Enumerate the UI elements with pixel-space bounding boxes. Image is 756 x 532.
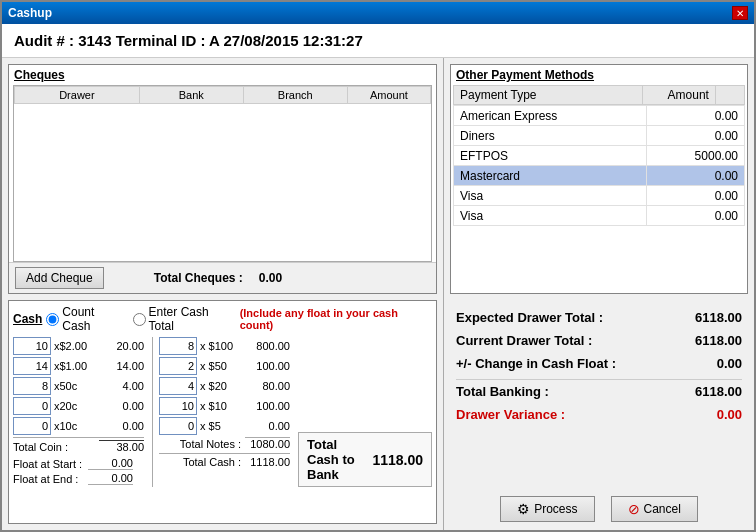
payment-table-header: Payment Type Amount (453, 85, 745, 105)
float-start-row: Float at Start : 0.00 (13, 457, 144, 470)
cheques-footer: Add Cheque Total Cheques : 0.00 (9, 262, 436, 293)
float-end-value: 0.00 (88, 472, 133, 485)
cash-title: Cash (13, 312, 42, 326)
total-notes-value: 1080.00 (245, 437, 290, 450)
left-panel: Cheques Drawer Bank Branch Amount (2, 58, 444, 530)
payment-row-4[interactable]: Visa 0.00 (454, 186, 745, 206)
payment-type-4: Visa (454, 186, 647, 206)
expected-value: 6118.00 (672, 310, 742, 325)
payment-type-5: Visa (454, 206, 647, 226)
total-bank-value: 1118.00 (372, 452, 423, 468)
col-drawer: Drawer (15, 87, 140, 104)
radio-count-input[interactable] (46, 313, 59, 326)
payment-table-body: American Express 0.00 Diners 0.00 EFTPOS… (453, 105, 745, 226)
window-title: Cashup (8, 6, 52, 20)
total-bank-label: Total Cash to Bank (307, 437, 372, 482)
payment-scroll[interactable]: American Express 0.00 Diners 0.00 EFTPOS… (453, 105, 745, 293)
right-panel: Other Payment Methods Payment Type Amoun… (444, 58, 754, 530)
note-qty-3[interactable] (159, 397, 197, 415)
col-amount: Amount (643, 86, 716, 105)
change-row: +/- Change in Cash Float : 0.00 (456, 356, 742, 371)
notes-column: x $100 800.00 x $50 100.00 x $20 80.00 (152, 337, 290, 487)
radio-count-cash[interactable]: Count Cash (46, 305, 124, 333)
payment-row-2[interactable]: EFTPOS 5000.00 (454, 146, 745, 166)
payment-row-5[interactable]: Visa 0.00 (454, 206, 745, 226)
payment-row-0[interactable]: American Express 0.00 (454, 106, 745, 126)
total-cash-value: 1118.00 (245, 456, 290, 468)
coin-qty-1[interactable] (13, 357, 51, 375)
note-qty-0[interactable] (159, 337, 197, 355)
total-coin-value: 38.00 (99, 440, 144, 453)
payment-amount-5: 0.00 (646, 206, 744, 226)
payment-type-0: American Express (454, 106, 647, 126)
total-notes-label: Total Notes : (159, 438, 245, 450)
radio-enter-input[interactable] (133, 313, 146, 326)
coin-row-3: x20c 0.00 (13, 397, 144, 415)
total-bank-wrapper: Total Cash to Bank 1118.00 (298, 337, 432, 487)
action-buttons: ⚙ Process ⊘ Cancel (444, 488, 754, 530)
total-cheques-label: Total Cheques : (154, 271, 243, 285)
coin-row-2: x50c 4.00 (13, 377, 144, 395)
payment-row-3[interactable]: Mastercard 0.00 (454, 166, 745, 186)
banking-row: Total Banking : 6118.00 (456, 384, 742, 399)
audit-bar: Audit # : 3143 Terminal ID : A 27/08/201… (2, 24, 754, 58)
cheques-title: Cheques (9, 65, 436, 85)
total-bank-section: Total Cash to Bank 1118.00 (298, 432, 432, 487)
payment-type-2: EFTPOS (454, 146, 647, 166)
other-payment-title: Other Payment Methods (451, 65, 747, 85)
coin-qty-0[interactable] (13, 337, 51, 355)
variance-row: Drawer Variance : 0.00 (456, 407, 742, 422)
note-row-3: x $10 100.00 (159, 397, 290, 415)
summary-section: Expected Drawer Total : 6118.00 Current … (444, 300, 754, 488)
float-end-label: Float at End : (13, 473, 88, 485)
coin-row-0: x$2.00 20.00 (13, 337, 144, 355)
coin-qty-2[interactable] (13, 377, 51, 395)
variance-label: Drawer Variance : (456, 407, 565, 422)
cash-header: Cash Count Cash Enter Cash Total (Includ… (13, 305, 432, 333)
include-float-text: (Include any float in your cash count) (240, 307, 432, 331)
note-row-0: x $100 800.00 (159, 337, 290, 355)
payment-type-1: Diners (454, 126, 647, 146)
cancel-icon: ⊘ (628, 501, 640, 517)
current-value: 6118.00 (672, 333, 742, 348)
note-qty-2[interactable] (159, 377, 197, 395)
payment-amount-2: 5000.00 (646, 146, 744, 166)
cancel-button[interactable]: ⊘ Cancel (611, 496, 698, 522)
coin-qty-3[interactable] (13, 397, 51, 415)
summary-divider (456, 379, 742, 380)
note-row-2: x $20 80.00 (159, 377, 290, 395)
title-bar: Cashup ✕ (2, 2, 754, 24)
col-amount: Amount (347, 87, 430, 104)
main-content: Cheques Drawer Bank Branch Amount (2, 58, 754, 530)
total-coin-label: Total Coin : (13, 441, 99, 453)
add-cheque-button[interactable]: Add Cheque (15, 267, 104, 289)
payment-amount-4: 0.00 (646, 186, 744, 206)
note-row-4: x $5 0.00 (159, 417, 290, 435)
change-value: 0.00 (672, 356, 742, 371)
close-button[interactable]: ✕ (732, 6, 748, 20)
note-qty-1[interactable] (159, 357, 197, 375)
coin-row-4: x10c 0.00 (13, 417, 144, 435)
float-start-label: Float at Start : (13, 458, 88, 470)
total-cheques-value: 0.00 (259, 271, 282, 285)
current-label: Current Drawer Total : (456, 333, 592, 348)
payment-row-1[interactable]: Diners 0.00 (454, 126, 745, 146)
payment-type-3: Mastercard (454, 166, 647, 186)
cash-section: Cash Count Cash Enter Cash Total (Includ… (8, 300, 437, 524)
note-row-1: x $50 100.00 (159, 357, 290, 375)
cash-radio-group: Count Cash Enter Cash Total (46, 305, 235, 333)
col-payment-type: Payment Type (454, 86, 643, 105)
float-start-value: 0.00 (88, 457, 133, 470)
coin-qty-4[interactable] (13, 417, 51, 435)
col-bank: Bank (139, 87, 243, 104)
expected-row: Expected Drawer Total : 6118.00 (456, 310, 742, 325)
audit-info: Audit # : 3143 Terminal ID : A 27/08/201… (14, 32, 363, 49)
payment-amount-3: 0.00 (646, 166, 744, 186)
process-button[interactable]: ⚙ Process (500, 496, 594, 522)
note-qty-4[interactable] (159, 417, 197, 435)
radio-enter-cash[interactable]: Enter Cash Total (133, 305, 236, 333)
coins-column: x$2.00 20.00 x$1.00 14.00 x50c 4.00 (13, 337, 144, 487)
total-cash-label: Total Cash : (159, 456, 245, 468)
variance-value: 0.00 (672, 407, 742, 422)
change-label: +/- Change in Cash Float : (456, 356, 616, 371)
